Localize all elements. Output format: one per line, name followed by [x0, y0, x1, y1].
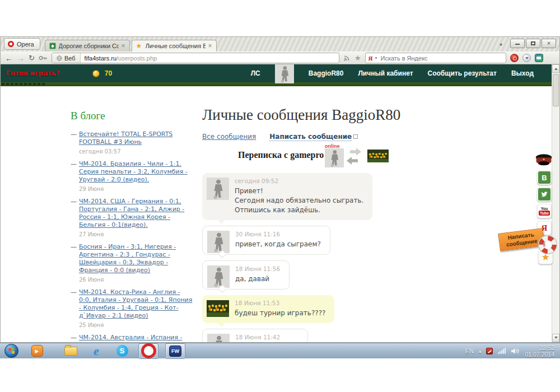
- twitter-icon[interactable]: [537, 187, 552, 202]
- message-player-avatar[interactable]: [207, 178, 229, 200]
- coin-count: 70: [105, 69, 112, 77]
- taskbar-media-player[interactable]: ▶: [27, 344, 46, 358]
- maximize-icon: [531, 41, 535, 45]
- external-link-icon: [353, 134, 358, 139]
- red-badge-icon[interactable]: [510, 54, 519, 62]
- taskbar-skype[interactable]: S: [113, 344, 132, 358]
- interlocutor-avatar[interactable]: [325, 148, 344, 167]
- tray-date: 01.07.2014: [525, 351, 554, 358]
- nav-item-cabinet[interactable]: Личный кабинет: [358, 69, 413, 77]
- tray-clock[interactable]: 22:52 01.07.2014: [525, 344, 554, 358]
- back-button[interactable]: ←: [5, 54, 13, 63]
- opera-menu-button[interactable]: Opera: [4, 38, 40, 50]
- reload-button[interactable]: ↻: [29, 54, 35, 62]
- tab-list-chevron-icon[interactable]: ▾: [500, 41, 502, 48]
- message-list: сегодня 09:52Привет!Сегодня надо обязате…: [202, 173, 426, 342]
- header-avatar[interactable]: [275, 64, 294, 83]
- search-input[interactable]: [380, 54, 503, 62]
- message-text-line: Привет!: [235, 186, 363, 196]
- vk-letter: В: [542, 174, 547, 182]
- vertical-scrollbar[interactable]: [552, 64, 559, 342]
- blog-item: —Встречайте! TOTAL E-SPORTS FOOTBALL #3 …: [71, 130, 194, 156]
- blog-item-bullet: —: [71, 198, 77, 206]
- message-bubble: 18 Июня 11:53будеш турнир играть????: [202, 295, 334, 323]
- tab-label: Личные сообщения B...: [146, 43, 206, 49]
- blog-post-link[interactable]: Босния - Иран - 3:1, Нигерия - Аргентина…: [79, 243, 176, 274]
- minimize-icon: [515, 42, 520, 45]
- message-text-line: будеш турнир играть????: [235, 309, 325, 318]
- address-bar[interactable]: Веб fifa4stars.ru/userposts.php: [52, 53, 339, 63]
- military-cap-icon[interactable]: [535, 152, 553, 167]
- hidden-icons-caret[interactable]: ▴: [479, 348, 482, 354]
- rss-icon[interactable]: [343, 54, 351, 62]
- tab-close-icon[interactable]: ×: [122, 43, 125, 49]
- mail-icon[interactable]: [535, 54, 543, 62]
- write-message-link[interactable]: Написать сообщение: [269, 133, 358, 141]
- message-bubble: 18 Июня 11:56да, давай: [202, 260, 290, 290]
- blog-item: —Босния - Иран - 3:1, Нигерия - Аргентин…: [71, 243, 194, 284]
- blog-post-link[interactable]: ЧМ-2014. США - Германия - 0:1, Португали…: [79, 198, 184, 228]
- download-icon[interactable]: [522, 54, 531, 62]
- taskbar-fw-app[interactable]: FW: [165, 343, 185, 359]
- scrollbar-thumb[interactable]: [553, 74, 559, 106]
- blog-post-link[interactable]: Встречайте! TOTAL E-SPORTS FOOTBALL #3 И…: [79, 130, 172, 146]
- blog-post-link[interactable]: ЧМ-2014. Бразилия - Чили - 1:1. Серия пе…: [79, 160, 188, 183]
- address-badge[interactable]: Веб: [52, 53, 81, 63]
- network-icon[interactable]: [498, 348, 506, 354]
- own-team-avatar[interactable]: [367, 150, 389, 162]
- search-engine-chevron-icon[interactable]: ▾: [375, 55, 377, 60]
- browser-tab[interactable]: ★Личные сообщения B...×: [132, 40, 217, 52]
- message-player-avatar[interactable]: [207, 231, 230, 253]
- lifebuoy-icon[interactable]: [538, 235, 557, 254]
- browser-tab[interactable]: Дорогие сборники Со...×: [45, 40, 130, 52]
- folder-icon: [64, 347, 77, 356]
- message-bubble: 18 Июня 11:42привет, сыграем?: [202, 329, 308, 342]
- message-team-avatar[interactable]: [207, 300, 229, 317]
- close-icon: ×: [547, 41, 550, 46]
- scroll-down-button[interactable]: [552, 334, 559, 342]
- close-button[interactable]: ×: [542, 39, 556, 48]
- taskbar-internet-explorer[interactable]: e: [87, 344, 106, 358]
- blog-item-bullet: —: [71, 243, 77, 251]
- site-nav: ЛС BaggioR80 Личный кабинет Сообщить рез…: [251, 64, 534, 83]
- blog-post-link[interactable]: ЧМ-2014. Австралия - Испания - 0:3, Хорв…: [79, 334, 183, 342]
- volume-icon[interactable]: [511, 348, 520, 354]
- nav-item-messages[interactable]: ЛС: [251, 69, 260, 77]
- url-host: fifa4stars.ru: [85, 55, 116, 62]
- yandex-search-box[interactable]: Я ▾: [365, 53, 506, 63]
- blog-post-date: сегодня 03:57: [79, 148, 194, 156]
- url-path: /userposts.php: [116, 55, 157, 62]
- start-button[interactable]: [4, 344, 18, 358]
- minimize-button[interactable]: [510, 39, 525, 48]
- nav-item-username[interactable]: BaggioR80: [309, 69, 344, 77]
- tray-app-icon[interactable]: [486, 348, 493, 354]
- message-player-avatar[interactable]: [207, 334, 230, 342]
- nav-item-logout[interactable]: Выход: [511, 69, 534, 77]
- youtube-you-label: You: [541, 207, 548, 211]
- scroll-up-button[interactable]: [552, 64, 559, 73]
- message-time: 30 Июня 11:16: [235, 231, 321, 237]
- taskbar-explorer[interactable]: [61, 344, 80, 358]
- arrow-right-icon: [350, 148, 361, 156]
- vk-icon[interactable]: В: [537, 170, 552, 185]
- forward-button[interactable]: →: [17, 54, 25, 63]
- maximize-button[interactable]: [526, 39, 540, 48]
- blog-post-link[interactable]: ЧМ-2014. Коста-Рика - Англия - 0:0, Итал…: [79, 288, 192, 319]
- blog-title: В блоге: [71, 110, 194, 122]
- conversation-title: Переписка с gamepro fc: [238, 150, 333, 160]
- message-time: сегодня 09:52: [235, 178, 363, 184]
- tab-favicon-star-icon: ★: [136, 43, 143, 49]
- language-indicator[interactable]: EN: [465, 348, 474, 354]
- blog-post-date: 27 Июня: [79, 231, 194, 239]
- youtube-icon[interactable]: You Tube: [537, 204, 552, 218]
- bookmark-star-icon[interactable]: ★: [354, 54, 361, 62]
- wand-key-icon[interactable]: [39, 55, 48, 60]
- taskbar-opera[interactable]: [138, 343, 158, 359]
- message-player-avatar[interactable]: [207, 265, 230, 288]
- tab-close-icon[interactable]: ×: [208, 43, 212, 49]
- all-messages-link[interactable]: Все сообщения: [202, 133, 256, 141]
- nav-item-report-result[interactable]: Сообщить результат: [428, 69, 497, 77]
- ready-to-play-link[interactable]: Готов играть?: [6, 69, 60, 77]
- fw-icon: FW: [169, 346, 181, 357]
- tab-label: Дорогие сборники Со...: [59, 43, 119, 49]
